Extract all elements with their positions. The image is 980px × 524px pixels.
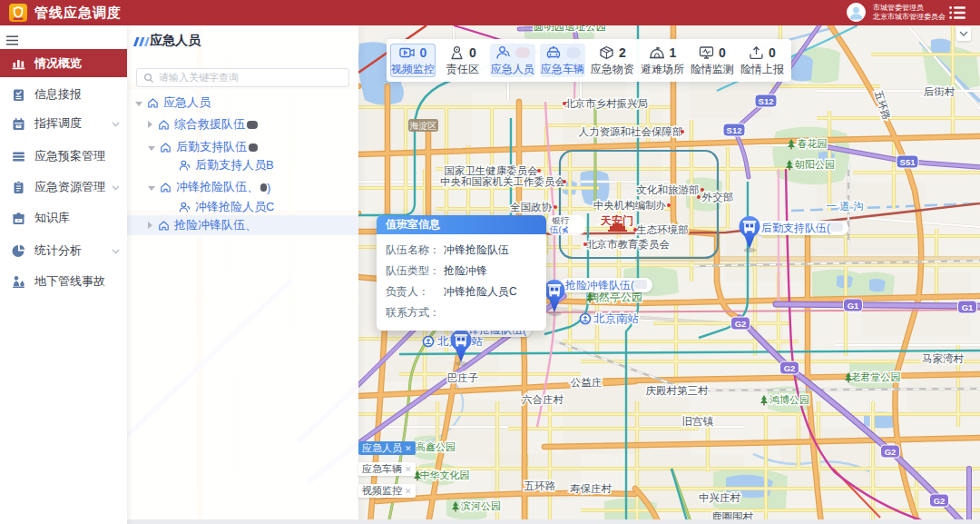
svg-text:G2: G2: [885, 447, 897, 457]
svg-text:一 道 沟: 一 道 沟: [827, 201, 864, 212]
svg-text:朝阳公园: 朝阳公园: [794, 159, 835, 170]
svg-text:高鑫公园: 高鑫公园: [416, 441, 456, 452]
svg-text:生态环境部: 生态环境部: [635, 224, 689, 235]
svg-text:海淀区: 海淀区: [410, 121, 437, 131]
svg-text:外交部: 外交部: [701, 192, 734, 203]
svg-text:巴庄子: 巴庄子: [447, 372, 479, 383]
svg-text:文化和旅游部: 文化和旅游部: [637, 184, 700, 195]
svg-text:S12: S12: [759, 96, 774, 106]
svg-text:G2: G2: [934, 496, 946, 506]
svg-text:五环路: 五环路: [524, 480, 556, 491]
svg-text:马家湾村: 马家湾村: [922, 353, 965, 364]
svg-text:人力资源和社会保障部: 人力资源和社会保障部: [579, 126, 683, 137]
svg-text:陶然亭公园: 陶然亭公园: [588, 291, 642, 303]
svg-text:中央和国家机关工作委员会: 中央和国家机关工作委员会: [440, 176, 566, 187]
svg-text:老君堂公园: 老君堂公园: [851, 371, 901, 382]
svg-text:滨河公园: 滨河公园: [461, 500, 501, 511]
svg-text:G2: G2: [735, 319, 747, 329]
svg-text:中央机构编制办: 中央机构编制办: [593, 200, 667, 211]
svg-text:后街村: 后街村: [924, 86, 956, 97]
svg-text:北京市教育委员会: 北京市教育委员会: [586, 239, 671, 250]
svg-text:G1: G1: [848, 301, 859, 311]
svg-text:寿保庄村: 寿保庄村: [570, 483, 612, 494]
svg-text:国家卫生健康委员会: 国家卫生健康委员会: [444, 165, 538, 176]
svg-text:中华文化园: 中华文化园: [420, 470, 470, 480]
svg-text:北京南站: 北京南站: [593, 312, 640, 325]
svg-text:庆殿村第三村: 庆殿村第三村: [646, 385, 710, 396]
svg-text:G2: G2: [784, 363, 796, 373]
svg-text:鸿博公园: 鸿博公园: [769, 394, 809, 405]
svg-text:S51: S51: [900, 157, 916, 167]
svg-text:中兴庄村: 中兴庄村: [699, 492, 741, 503]
svg-text:圆明园遗址公园: 圆明园遗址公园: [534, 25, 607, 32]
svg-text:伍(⋠: 伍(⋠: [550, 224, 569, 234]
svg-text:旧宫镇: 旧宫镇: [682, 416, 714, 427]
svg-text:公益庄: 公益庄: [571, 377, 603, 388]
svg-text:G1: G1: [962, 302, 974, 312]
svg-text:S12: S12: [727, 125, 742, 135]
svg-text:北京市乡村振兴局: 北京市乡村振兴局: [564, 98, 648, 109]
svg-text:In: In: [17, 124, 20, 128]
svg-text:全国政协: 全国政协: [510, 202, 553, 213]
svg-text:春花园: 春花园: [798, 138, 828, 149]
svg-text:六合庄村: 六合庄村: [522, 394, 564, 405]
